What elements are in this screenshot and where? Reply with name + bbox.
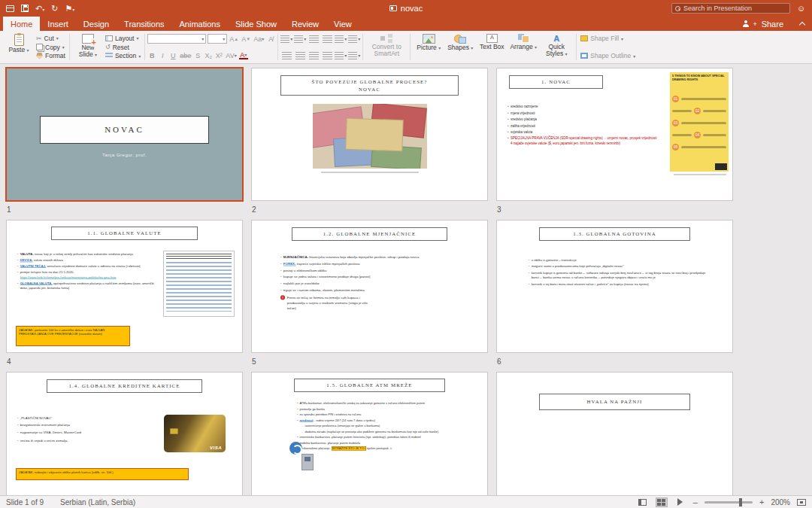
tab-view[interactable]: View: [326, 17, 359, 31]
subscript-button[interactable]: X₂: [204, 50, 213, 60]
slide-thumbnail-5[interactable]: 1.2. GLOBALNE MJENJAČNICE MJENJAČNICA- f…: [251, 220, 488, 353]
convert-to-smartart-button[interactable]: Convert to SmartArt: [367, 32, 406, 62]
slide-thumbnail-3[interactable]: 1. NOVAC sredstvo razmjene mjera vrijedn…: [496, 68, 733, 201]
tab-slide-show[interactable]: Slide Show: [228, 17, 284, 31]
flag-icon[interactable]: ⚑▾: [65, 5, 74, 13]
bold-button[interactable]: B: [147, 50, 156, 60]
arrange-button[interactable]: Arrange ▾: [509, 32, 538, 62]
underline-button[interactable]: U: [168, 50, 177, 60]
slide-thumbnail-6[interactable]: 1.3. GLOBALNA GOTOVINA u obliku e-gotovi…: [496, 220, 733, 353]
paste-button[interactable]: Paste ▾: [5, 32, 33, 62]
text-box-button[interactable]: Text Box: [477, 32, 506, 62]
search-box[interactable]: [671, 3, 790, 14]
picture-button[interactable]: Picture ▾: [414, 32, 443, 62]
collapse-ribbon-icon[interactable]: [799, 21, 805, 27]
reset-button[interactable]: ↺Reset: [105, 43, 141, 52]
align-center-icon[interactable]: [294, 50, 306, 60]
infographic-number: 02: [694, 108, 701, 114]
bullet: svjetska valuta: [508, 130, 657, 135]
section-button[interactable]: Section ▾: [105, 51, 141, 60]
fit-slide-to-window-icon[interactable]: [797, 499, 806, 506]
shape-fill-button[interactable]: Shape Fill ▾: [580, 34, 635, 43]
hyperlink: https://www.hnb.hr/temeljne-funkcije/mon…: [17, 275, 156, 280]
cut-button[interactable]: ✂Cut ▾: [36, 34, 65, 43]
increase-indent-icon[interactable]: [321, 34, 333, 44]
bullets-icon[interactable]: ▾: [280, 34, 292, 44]
italic-button[interactable]: I: [158, 50, 167, 60]
increase-font-icon[interactable]: A▲: [229, 34, 239, 44]
tab-insert[interactable]: Insert: [40, 17, 76, 31]
align-right-icon[interactable]: [308, 50, 320, 60]
zoom-level-label[interactable]: 200%: [771, 498, 790, 506]
decrease-font-icon[interactable]: A▼: [241, 34, 251, 44]
share-plus: +: [753, 20, 756, 28]
change-case-icon[interactable]: Aa ▾: [253, 34, 265, 44]
numbering-icon[interactable]: ▾: [294, 34, 306, 44]
zadatak-box: ZADATAK: pretvorite 100 kn u američke do…: [16, 326, 130, 346]
new-slide-icon: [82, 34, 94, 44]
arrange-icon: [518, 34, 529, 43]
save-icon[interactable]: [21, 5, 29, 12]
text-direction-icon[interactable]: ▾: [335, 34, 347, 44]
slide-thumbnail-7[interactable]: 1.4. GLOBALNE KREDITNE KARTICE „PLASTIČN…: [6, 372, 243, 495]
align-text-icon[interactable]: ▾: [348, 50, 360, 60]
zadatak-box: ZADATAK: nabrojite i objasnite oblike pl…: [16, 468, 189, 480]
paste-icon: [14, 34, 24, 46]
strikethrough-button[interactable]: abe: [179, 50, 192, 60]
slide6-body: u obliku e-gotovine→transakcije moguće s…: [529, 258, 709, 314]
character-spacing-button[interactable]: AV ▾: [225, 50, 237, 60]
quick-styles-button[interactable]: A Quick Styles ▾: [541, 32, 572, 62]
font-name-combo[interactable]: ▾: [147, 34, 206, 44]
line-spacing-icon[interactable]: ▾: [348, 34, 360, 44]
slide-thumbnail-4[interactable]: 1.1. GLOBALNE VALUTE VALUTA- novac koji …: [6, 220, 243, 353]
zoom-slider-thumb[interactable]: [739, 498, 742, 506]
slide3-title-box: 1. NOVAC: [509, 75, 603, 89]
font-size-combo[interactable]: ▾: [208, 34, 227, 44]
zoom-slider[interactable]: [704, 501, 753, 503]
share-button[interactable]: Share: [762, 20, 783, 29]
tab-home[interactable]: Home: [3, 17, 40, 31]
tab-review[interactable]: Review: [284, 17, 326, 31]
superscript-button[interactable]: X²: [214, 50, 223, 60]
decrease-indent-icon[interactable]: [308, 34, 320, 44]
zoom-out-button[interactable]: –: [693, 498, 698, 506]
exchange-rate-table-image: [163, 251, 235, 317]
format-painter-button[interactable]: Format: [36, 51, 65, 60]
bullet: za uporabu potreban PIN i sredstva na ra…: [297, 412, 474, 417]
bullet: mjera vrijednosti: [508, 111, 657, 116]
shapes-button[interactable]: Shapes ▾: [446, 32, 474, 62]
copy-button[interactable]: Copy ▾: [36, 43, 65, 52]
drawing-group: Shape Fill ▾ Shape Outline ▾: [579, 32, 637, 62]
language-label[interactable]: Serbian (Latin, Serbia): [60, 498, 135, 506]
layout-button[interactable]: Layout ▾: [105, 34, 141, 43]
zoom-in-button[interactable]: +: [759, 498, 764, 506]
slide-sorter-view-button[interactable]: [656, 497, 668, 507]
quick-styles-icon: A: [553, 34, 559, 43]
slide7-body: „PLASTIČNI NOVAC“ bezgotovinski instrume…: [17, 415, 145, 470]
columns-icon[interactable]: ▾: [335, 50, 347, 60]
clear-formatting-icon[interactable]: A̸: [266, 34, 275, 44]
align-left-icon[interactable]: [280, 50, 292, 60]
justify-icon[interactable]: [321, 50, 333, 60]
slide-thumbnail-9[interactable]: HVALA NA PAŽNJI: [496, 372, 733, 495]
bullet: većina ih vrijedi u većini zemalja: [17, 437, 145, 443]
undo-icon[interactable]: ↶▾: [35, 5, 44, 13]
font-color-button[interactable]: A ▾: [239, 51, 248, 59]
feedback-smiley-icon[interactable]: ☺: [796, 4, 806, 14]
slide5-body: MJENJAČNICA- financijska ustanova koja o…: [280, 255, 465, 353]
bullet: postoji u elektroničkom obliku: [280, 268, 465, 273]
new-slide-button[interactable]: New Slide ▾: [74, 32, 102, 62]
normal-view-button[interactable]: [637, 497, 649, 507]
slide-thumbnail-8[interactable]: 1.5. GLOBALNE ATM MREŽE ATM= bankomat- e…: [251, 372, 488, 495]
slide-show-button[interactable]: [674, 497, 686, 507]
slide-number-3: 3: [497, 205, 733, 214]
slide-thumbnail-1[interactable]: NOVAC Tanja Gregur, prof.: [6, 68, 243, 201]
search-input[interactable]: [683, 5, 786, 12]
tab-transitions[interactable]: Transitions: [117, 17, 171, 31]
tab-animations[interactable]: Animations: [172, 17, 228, 31]
text-shadow-button[interactable]: S: [193, 50, 202, 60]
shape-outline-button[interactable]: Shape Outline ▾: [580, 51, 635, 60]
slide-thumbnail-2[interactable]: ŠTO POVEZUJE GLOBALNE PROCESE? NOVAC: [251, 68, 488, 201]
redo-icon[interactable]: ↻: [51, 5, 58, 13]
tab-design[interactable]: Design: [76, 17, 117, 31]
